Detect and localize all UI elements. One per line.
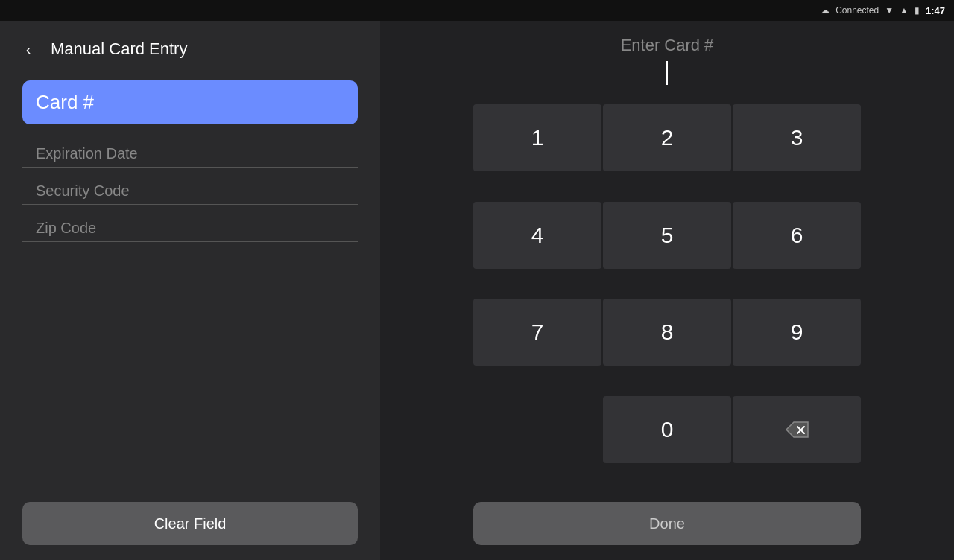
key-1[interactable]: 1 [473,104,601,171]
text-cursor [666,61,668,85]
key-backspace[interactable] [733,396,861,463]
clear-field-button[interactable]: Clear Field [22,502,358,545]
signal-icon: ▲ [900,5,909,16]
key-0[interactable]: 0 [603,396,731,463]
security-code-label: Security Code [36,182,130,199]
page-title: Manual Card Entry [51,39,187,59]
connected-text: Connected [835,5,879,16]
key-9[interactable]: 9 [733,299,861,366]
key-4[interactable]: 4 [473,202,601,269]
field-security-code[interactable]: Security Code [22,171,358,205]
numpad: 1 2 3 4 5 6 7 8 9 0 [473,104,861,491]
cloud-icon: ☁ [821,5,830,16]
back-button[interactable]: ‹ [15,36,42,63]
status-bar: ☁ Connected ▼ ▲ ▮ 1:47 [0,0,954,21]
wifi-icon: ▼ [885,5,894,16]
done-button[interactable]: Done [473,502,861,545]
back-icon: ‹ [26,41,31,58]
card-input-display: Enter Card # [402,36,932,86]
right-panel: Enter Card # 1 2 3 4 5 6 7 8 9 0 [380,21,954,560]
battery-icon: ▮ [914,5,920,16]
card-input-label: Enter Card # [621,36,714,55]
field-expiration-date[interactable]: Expiration Date [22,133,358,168]
key-3[interactable]: 3 [733,104,861,171]
key-empty [473,396,601,463]
form-fields: Card # Expiration Date Security Code Zip… [0,74,380,494]
backspace-icon [783,420,810,439]
card-input-cursor [666,60,668,86]
header: ‹ Manual Card Entry [0,21,380,74]
zip-code-label: Zip Code [36,220,96,236]
key-5[interactable]: 5 [603,202,731,269]
main-content: ‹ Manual Card Entry Card # Expiration Da… [0,21,954,560]
key-6[interactable]: 6 [733,202,861,269]
key-8[interactable]: 8 [603,299,731,366]
key-7[interactable]: 7 [473,299,601,366]
field-card-number[interactable]: Card # [22,80,358,124]
key-2[interactable]: 2 [603,104,731,171]
expiration-date-label: Expiration Date [36,145,138,162]
left-panel: ‹ Manual Card Entry Card # Expiration Da… [0,21,380,560]
card-number-label: Card # [36,91,344,114]
clock: 1:47 [926,5,945,16]
field-zip-code[interactable]: Zip Code [22,208,358,242]
